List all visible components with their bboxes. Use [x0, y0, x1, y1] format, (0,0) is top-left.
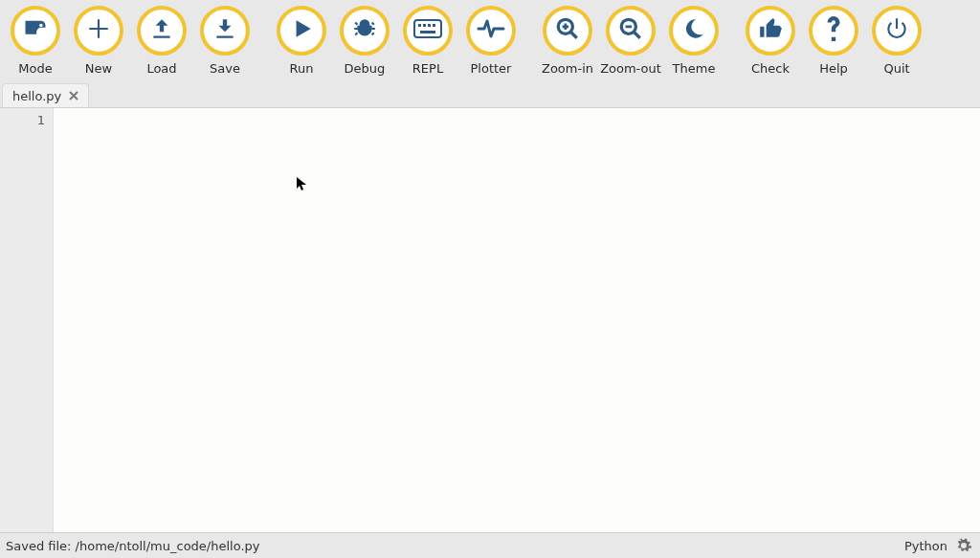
toolbar-label: Debug — [345, 61, 386, 76]
code-editor[interactable] — [54, 108, 980, 532]
mode-icon — [22, 15, 49, 46]
svg-point-0 — [39, 24, 43, 28]
gear-icon[interactable] — [955, 537, 972, 554]
question-icon — [825, 16, 842, 45]
status-message: Saved file: /home/ntoll/mu_code/hello.py — [6, 539, 260, 553]
toolbar-label: Run — [290, 61, 314, 76]
zoom-in-button[interactable]: Zoom-in — [536, 6, 599, 76]
help-button[interactable]: Help — [802, 6, 865, 76]
toolbar-label: REPL — [412, 61, 443, 76]
plotter-button[interactable]: Plotter — [459, 6, 523, 76]
theme-button[interactable]: Theme — [662, 6, 725, 76]
toolbar-label: Zoom-in — [542, 61, 593, 76]
moon-icon — [681, 16, 706, 45]
toolbar-label: Save — [210, 61, 240, 76]
toolbar-label: New — [85, 61, 112, 76]
zoom-in-icon — [555, 16, 580, 45]
toolbar-label: Help — [819, 61, 848, 76]
debug-button[interactable]: Debug — [333, 6, 396, 76]
toolbar-group: Check Help Quit — [739, 6, 928, 76]
thumbs-up-icon — [758, 16, 783, 45]
svg-rect-6 — [420, 31, 435, 33]
play-icon — [289, 16, 314, 45]
run-button[interactable]: Run — [270, 6, 333, 76]
cursor-icon — [297, 177, 306, 193]
repl-button[interactable]: REPL — [396, 6, 459, 76]
upload-icon — [149, 16, 174, 45]
toolbar-label: Theme — [673, 61, 716, 76]
statusbar: Saved file: /home/ntoll/mu_code/hello.py… — [0, 533, 980, 558]
svg-rect-2 — [418, 24, 421, 27]
svg-rect-1 — [414, 20, 441, 37]
toolbar: Mode New Load Save Run — [0, 0, 980, 82]
check-button[interactable]: Check — [739, 6, 802, 76]
toolbar-group: Run Debug REPL Plotter — [270, 6, 523, 76]
power-icon — [884, 16, 909, 45]
tab-filename: hello.py — [12, 89, 61, 103]
toolbar-label: Plotter — [471, 61, 512, 76]
tab-strip: hello.py — [0, 82, 980, 107]
close-icon[interactable] — [67, 89, 80, 102]
toolbar-group: Mode New Load Save — [4, 6, 256, 76]
plus-icon — [86, 16, 111, 45]
editor-area: 1 — [0, 107, 980, 533]
svg-rect-5 — [433, 24, 435, 27]
editor-tab[interactable]: hello.py — [2, 83, 89, 107]
toolbar-group: Zoom-in Zoom-out Theme — [536, 6, 725, 76]
line-number: 1 — [37, 113, 45, 127]
status-mode: Python — [904, 539, 947, 553]
quit-button[interactable]: Quit — [865, 6, 928, 76]
zoom-out-button[interactable]: Zoom-out — [599, 6, 662, 76]
keyboard-icon — [413, 18, 442, 43]
load-button[interactable]: Load — [130, 6, 193, 76]
toolbar-label: Mode — [18, 61, 52, 76]
mode-button[interactable]: Mode — [4, 6, 67, 76]
toolbar-label: Zoom-out — [600, 61, 661, 76]
line-number-gutter: 1 — [0, 108, 54, 532]
new-button[interactable]: New — [67, 6, 130, 76]
download-icon — [212, 16, 237, 45]
bug-icon — [352, 16, 377, 45]
svg-rect-3 — [423, 24, 426, 27]
toolbar-label: Load — [146, 61, 176, 76]
toolbar-label: Quit — [883, 61, 909, 76]
svg-rect-4 — [428, 24, 431, 27]
save-button[interactable]: Save — [193, 6, 256, 76]
toolbar-label: Check — [751, 61, 790, 76]
zoom-out-icon — [618, 16, 643, 45]
pulse-icon — [477, 17, 505, 44]
